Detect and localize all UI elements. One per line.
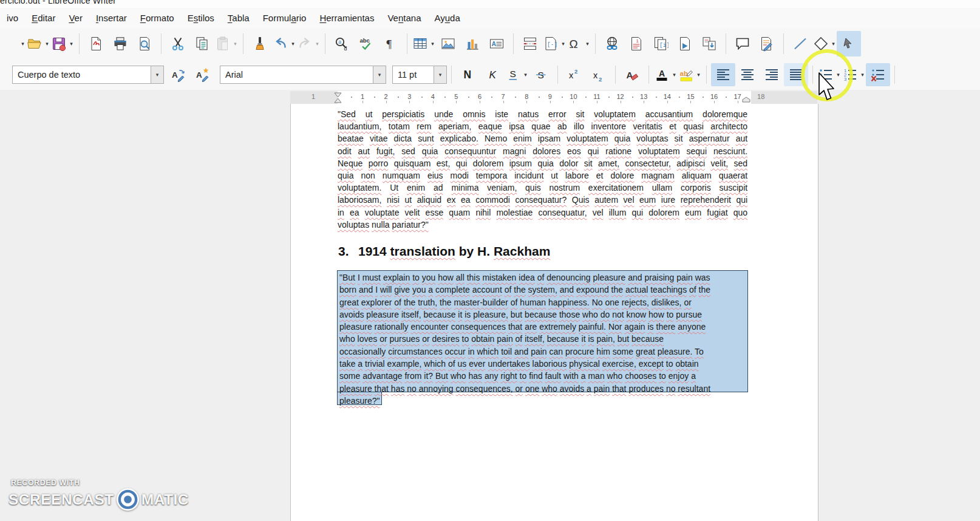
menu-formulario[interactable]: Formulario: [256, 10, 313, 26]
right-indent-marker[interactable]: [742, 97, 750, 103]
insert-line-button[interactable]: [788, 31, 812, 56]
insert-comment-button[interactable]: [730, 31, 755, 56]
menu-ver[interactable]: Ver: [62, 10, 89, 26]
paragraph-justified[interactable]: "Sed ut perspiciatis unde omnis iste nat…: [338, 108, 747, 231]
align-right-button[interactable]: [760, 63, 784, 86]
insert-chart-button[interactable]: [460, 31, 485, 56]
highlight-color-button-dropdown[interactable]: ▾: [696, 72, 701, 78]
paste-button[interactable]: ▾: [214, 31, 239, 56]
menu-formato[interactable]: Formato: [134, 10, 181, 26]
insert-image-button[interactable]: [436, 31, 460, 56]
save-button-dropdown[interactable]: ▾: [69, 41, 74, 47]
strikethrough-button[interactable]: S: [529, 63, 553, 86]
endnote-button[interactable]: [i]: [648, 31, 673, 56]
subscript-button[interactable]: x2: [587, 63, 611, 86]
italic-button[interactable]: K: [480, 63, 505, 86]
word: the: [404, 298, 415, 307]
basic-shapes-button-dropdown[interactable]: ▾: [831, 41, 836, 47]
bullet-list-button[interactable]: ▾: [817, 63, 842, 86]
menu-tabla[interactable]: Tabla: [221, 10, 256, 26]
font-size-combobox[interactable]: 11 pt ▾: [392, 66, 447, 84]
ruler[interactable]: 1123456789101112131415161718: [290, 91, 817, 104]
left-indent-marker[interactable]: [334, 92, 342, 103]
bookmark-button[interactable]: [673, 31, 697, 56]
new-style-button[interactable]: A: [191, 63, 215, 86]
menu-herramientas[interactable]: Herramientas: [313, 10, 381, 26]
font-size-dropdown[interactable]: ▾: [434, 66, 446, 83]
menu-estilos[interactable]: Estilos: [181, 10, 221, 26]
no-list-button[interactable]: [866, 63, 890, 86]
redo-button[interactable]: ▾: [296, 31, 321, 56]
page-break-button[interactable]: [518, 31, 542, 56]
font-name-combobox[interactable]: Arial ▾: [220, 66, 386, 84]
redo-button-dropdown[interactable]: ▾: [315, 41, 320, 47]
menu-editar[interactable]: Editar: [25, 10, 62, 26]
font-color-button[interactable]: A▾: [653, 63, 678, 86]
undo-button[interactable]: ▾: [272, 31, 296, 56]
find-replace-button[interactable]: ad: [330, 31, 354, 56]
insert-textbox-button[interactable]: A: [485, 31, 509, 56]
export-pdf-button[interactable]: [84, 31, 108, 56]
document-heading[interactable]: 3.1914 translation by H. Rackham: [338, 244, 550, 259]
open-button-dropdown[interactable]: ▾: [44, 41, 50, 47]
draw-functions-button[interactable]: [837, 31, 861, 56]
word: molestiae: [496, 208, 533, 217]
spellcheck-button[interactable]: abc: [354, 31, 378, 56]
highlight-color-button[interactable]: ab▾: [678, 63, 702, 86]
word: the: [611, 285, 623, 295]
insert-field-button-dropdown[interactable]: ▾: [560, 41, 566, 47]
copy-button[interactable]: [190, 31, 214, 56]
special-character-button[interactable]: Ω▾: [567, 31, 591, 56]
paragraph-style-dropdown[interactable]: ▾: [151, 66, 163, 83]
toolbar-separator: [451, 66, 452, 84]
new-document-button-dropdown[interactable]: ▾: [20, 41, 26, 47]
menu-ayuda[interactable]: Ayuda: [428, 10, 467, 26]
insert-table-button-dropdown[interactable]: ▾: [430, 41, 435, 47]
font-color-button-dropdown[interactable]: ▾: [672, 72, 677, 78]
save-button[interactable]: ▾: [50, 31, 75, 56]
cut-button[interactable]: [166, 31, 190, 56]
formatting-marks-button[interactable]: ¶: [378, 31, 403, 56]
insert-field-button[interactable]: [-]▾: [542, 31, 567, 56]
paragraph-selected[interactable]: "But I must explain to you how all this …: [339, 271, 747, 407]
align-center-button[interactable]: [735, 63, 760, 86]
basic-shapes-button[interactable]: ▾: [812, 31, 837, 56]
superscript-button[interactable]: x2: [562, 63, 587, 86]
update-style-button[interactable]: A: [166, 63, 191, 86]
track-changes-button[interactable]: [755, 31, 779, 56]
font-name-dropdown[interactable]: ▾: [373, 66, 386, 83]
footnote-button[interactable]: 1: [624, 31, 648, 56]
paragraph-style-combobox[interactable]: Cuerpo de texto ▾: [12, 66, 164, 84]
hyperlink-button[interactable]: [600, 31, 624, 56]
cross-reference-button[interactable]: [697, 31, 721, 56]
word: quam: [449, 208, 470, 217]
insert-table-button[interactable]: ▾: [412, 31, 436, 56]
justify-button[interactable]: [784, 63, 808, 86]
word: I: [375, 285, 378, 295]
ruler-halfdot: [703, 97, 704, 98]
document-page[interactable]: "Sed ut perspiciatis unde omnis iste nat…: [290, 104, 818, 521]
menu-ivo[interactable]: ivo: [0, 10, 25, 26]
ruler-tick: [597, 101, 597, 103]
open-button[interactable]: ▾: [26, 31, 50, 56]
underline-button[interactable]: S▾: [505, 63, 529, 86]
print-preview-button[interactable]: [132, 31, 157, 56]
title-bar[interactable]: ercicio.odt - LibreOffice Writer: [0, 0, 980, 8]
numbered-list-button[interactable]: 123▾: [842, 63, 866, 86]
print-button[interactable]: [108, 31, 132, 56]
new-document-button[interactable]: ▾: [2, 31, 26, 56]
underline-button-dropdown[interactable]: ▾: [523, 72, 528, 78]
bullet-list-button-dropdown[interactable]: ▾: [835, 72, 841, 78]
draw-functions-icon: [841, 36, 857, 52]
bold-button[interactable]: N: [456, 63, 480, 86]
clone-formatting-button[interactable]: [248, 31, 272, 56]
menu-ventana[interactable]: Ventana: [381, 10, 427, 26]
menu-insertar[interactable]: Insertar: [89, 10, 134, 26]
special-character-button-dropdown[interactable]: ▾: [585, 41, 590, 47]
paste-button-dropdown[interactable]: ▾: [233, 41, 238, 47]
undo-button-dropdown[interactable]: ▾: [290, 41, 296, 47]
numbered-list-button-dropdown[interactable]: ▾: [860, 72, 865, 78]
clear-formatting-button[interactable]: A: [620, 63, 644, 86]
toolbar-separator: [325, 33, 325, 54]
align-left-button[interactable]: [711, 63, 735, 86]
